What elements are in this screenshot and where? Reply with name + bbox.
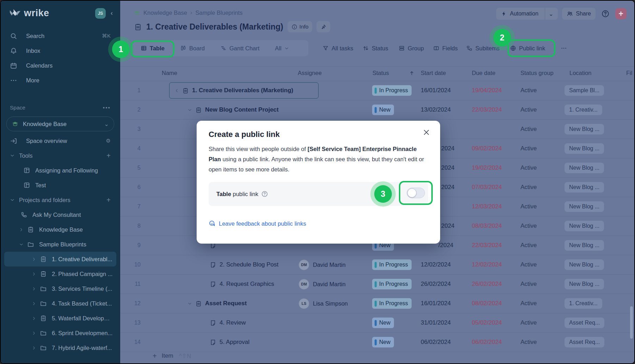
column-header-start-date[interactable]: Start date: [421, 70, 446, 76]
pin-button[interactable]: [316, 21, 330, 32]
due-date-cell[interactable]: 12/02/2024: [472, 255, 520, 274]
column-header-due-date[interactable]: Due date: [472, 70, 495, 76]
public-link-toggle[interactable]: [407, 188, 425, 198]
location-cell[interactable]: 1. Creativ...: [565, 294, 626, 313]
chevron-right-icon[interactable]: [32, 316, 36, 321]
location-chip[interactable]: Asset Req...: [565, 337, 604, 347]
sidebar-item-ask-my-consultant[interactable]: Ask My Consultant: [4, 207, 116, 222]
due-date-cell[interactable]: 19/04/2024: [472, 81, 520, 100]
status-group-cell[interactable]: Active: [520, 100, 568, 119]
status-group-cell[interactable]: Active: [520, 294, 568, 313]
column-header-name[interactable]: Name: [162, 70, 177, 76]
table-row[interactable]: 114. Request GraphicsDMDavid MartinIn Pr…: [120, 275, 634, 294]
status-badge[interactable]: New: [372, 318, 394, 328]
location-cell[interactable]: New Blog ...: [565, 197, 626, 216]
sidebar-item-1-creative-deliverabl[interactable]: 1. Creative Deliverabl...: [4, 252, 116, 266]
sidebar-item-calendars[interactable]: Calendars: [1, 58, 120, 73]
location-chip[interactable]: New Blog ...: [565, 201, 604, 212]
sidebar-item-2-phased-campaign[interactable]: 2. Phased Campaign ...: [4, 266, 116, 281]
assignee-cell[interactable]: DMDavid Martin: [296, 275, 371, 294]
help-button[interactable]: [600, 8, 611, 19]
sidebar-group-tools[interactable]: Tools+: [1, 148, 120, 163]
sidebar-item-assigning-and-following[interactable]: Assigning and Following: [4, 163, 116, 178]
chevron-right-icon[interactable]: [32, 257, 36, 262]
table-row[interactable]: 134. ReviewNew31/01/202405/02/2024Active…: [120, 313, 634, 333]
chevron-right-icon[interactable]: [32, 331, 36, 335]
info-button[interactable]: Info: [288, 21, 313, 32]
gear-icon[interactable]: ⚙: [106, 138, 111, 144]
column-header-fil[interactable]: Fil: [626, 70, 632, 76]
table-row[interactable]: 2New Blog Content ProjectNew13/02/202422…: [120, 100, 634, 120]
status-cell[interactable]: In Progress: [371, 255, 421, 274]
location-chip[interactable]: 1. Creativ...: [565, 105, 602, 115]
status-cell[interactable]: New: [371, 100, 421, 119]
toolbar-public-link[interactable]: Public link: [510, 40, 545, 56]
sidebar-item-3-services-timeline[interactable]: 3. Services Timeline (...: [4, 281, 116, 296]
location-chip[interactable]: Sample Bl...: [565, 85, 604, 96]
sidebar-item-inbox[interactable]: Inbox: [1, 43, 120, 58]
chevron-right-icon[interactable]: [19, 227, 24, 232]
due-date-cell[interactable]: 26/02/2024: [472, 275, 520, 294]
sidebar-collapse-icon[interactable]: ‹: [111, 10, 113, 17]
sidebar-item-4-task-based-ticket[interactable]: 4. Task Based (Ticket...: [4, 296, 116, 311]
status-cell[interactable]: In Progress: [371, 275, 421, 294]
due-date-cell[interactable]: 07/03/2024: [472, 178, 520, 197]
assignee-cell[interactable]: [296, 313, 371, 332]
sidebar-item-more[interactable]: More: [1, 73, 120, 88]
sidebar-item-sample-blueprints[interactable]: Sample Blueprints: [4, 237, 116, 252]
add-icon[interactable]: +: [106, 152, 111, 160]
assignee-cell[interactable]: LSLisa Simpson: [296, 294, 371, 313]
sidebar-item-test[interactable]: Test: [4, 178, 116, 193]
status-group-cell[interactable]: Active: [520, 313, 568, 332]
chevron-left-icon[interactable]: [174, 88, 179, 93]
column-header-assignee[interactable]: Assignee: [298, 70, 322, 76]
due-date-cell[interactable]: 19/02/2024: [472, 158, 520, 177]
location-chip[interactable]: New Blog ...: [565, 182, 604, 193]
status-group-cell[interactable]: Active: [520, 120, 568, 139]
location-cell[interactable]: New Blog ...: [565, 120, 626, 139]
table-row[interactable]: 12Asset RequestLSLisa SimpsonIn Progress…: [120, 294, 634, 313]
location-cell[interactable]: Asset Req...: [565, 313, 626, 332]
column-header-status[interactable]: Status: [372, 70, 389, 76]
help-circle-icon[interactable]: [261, 190, 268, 197]
location-chip[interactable]: New Blog ...: [565, 240, 604, 251]
location-cell[interactable]: New Blog ...: [565, 275, 626, 294]
toolbar-group[interactable]: Group: [399, 40, 424, 56]
close-icon[interactable]: [423, 128, 430, 136]
location-chip[interactable]: New Blog ...: [565, 124, 604, 134]
share-button[interactable]: Share: [562, 8, 596, 20]
location-cell[interactable]: New Blog ...: [565, 178, 626, 197]
status-group-cell[interactable]: Active: [520, 236, 568, 255]
sidebar-item-7-hybrid-agile-waterf[interactable]: 7. Hybrid Agile-waterf...: [4, 340, 116, 355]
due-date-cell[interactable]: 22/03/2024: [472, 100, 520, 119]
due-date-cell[interactable]: 22/03/2024: [472, 236, 520, 255]
status-group-cell[interactable]: Active: [520, 255, 568, 274]
due-date-cell[interactable]: 08/02/2024: [472, 294, 520, 313]
name-cell[interactable]: 1. Creative Deliverables (Marketing): [143, 81, 322, 100]
assignee-cell[interactable]: [296, 81, 371, 100]
chevron-down-icon[interactable]: [19, 242, 24, 247]
start-date-cell[interactable]: 12/02/2024: [421, 255, 472, 274]
sidebar-item-search[interactable]: Search⌘K: [1, 29, 120, 43]
status-group-cell[interactable]: Active: [520, 275, 568, 294]
sidebar-item-6-sprint-developmen[interactable]: 6. Sprint Developmen...: [4, 326, 116, 340]
sidebar-group-projects-and-folders[interactable]: Projects and folders+: [1, 193, 120, 207]
status-badge[interactable]: New: [372, 337, 394, 347]
status-cell[interactable]: In Progress: [371, 294, 421, 313]
location-chip[interactable]: Asset Req...: [565, 318, 604, 328]
chevron-right-icon[interactable]: [32, 272, 36, 276]
due-date-cell[interactable]: 12/03/2024: [472, 197, 520, 216]
add-icon[interactable]: +: [106, 196, 111, 204]
breadcrumb-sample-blueprints[interactable]: Sample Blueprints: [196, 10, 243, 16]
assignee-cell[interactable]: [296, 100, 371, 119]
automation-chevron-icon[interactable]: ⌄: [549, 11, 553, 17]
user-avatar[interactable]: JS: [95, 8, 106, 19]
status-badge[interactable]: In Progress: [372, 279, 412, 289]
status-badge[interactable]: In Progress: [372, 259, 412, 270]
start-date-cell[interactable]: 16/01/2024: [421, 81, 472, 100]
location-cell[interactable]: New Blog ...: [565, 216, 626, 236]
status-group-cell[interactable]: Active: [520, 158, 568, 177]
sidebar-item-space-overview[interactable]: Space overview ⚙: [1, 133, 120, 148]
chevron-right-icon[interactable]: [32, 346, 36, 350]
due-date-cell[interactable]: 09/02/2024: [472, 139, 520, 158]
